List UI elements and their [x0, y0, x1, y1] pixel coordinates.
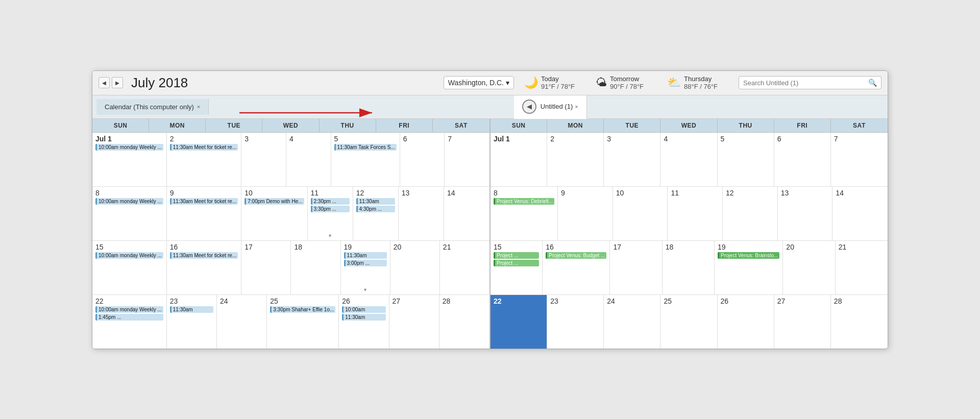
right-day-23[interactable]: 23 — [547, 295, 604, 349]
weather-tomorrow: 🌤 Tomorrow 90°F / 78°F — [596, 75, 657, 90]
right-day-20[interactable]: 20 — [783, 241, 835, 294]
right-day-2[interactable]: 2 — [547, 133, 604, 186]
right-day-14[interactable]: 14 — [832, 187, 888, 240]
weather-today-temp: 91°F / 78°F — [541, 83, 575, 90]
top-bar: ◄ ► July 2018 Washington, D.C. ▾ 🌙 Today… — [92, 71, 888, 95]
left-day-6[interactable]: 6 — [400, 133, 445, 186]
weather-today-icon: 🌙 — [524, 76, 538, 89]
right-day-27[interactable]: 27 — [774, 295, 831, 349]
right-day-28[interactable]: 28 — [831, 295, 888, 349]
right-day-16[interactable]: 16 Project Venus: Budget ... — [543, 241, 610, 294]
left-day-13[interactable]: 13 — [399, 187, 444, 240]
right-day-10[interactable]: 10 — [613, 187, 668, 240]
right-day-18[interactable]: 18 — [663, 241, 715, 294]
right-header-thu: THU — [718, 119, 774, 132]
left-day-14[interactable]: 14 — [444, 187, 489, 240]
left-day-22[interactable]: 22 10:00am monday Weekly ... 1:45pm ... — [92, 295, 167, 349]
left-day-28[interactable]: 28 — [439, 295, 489, 349]
weather-thursday-icon: ⛅ — [667, 76, 681, 89]
right-week-3: 15 Project ... Project ... 16 Project Ve… — [491, 241, 888, 295]
right-day-8[interactable]: 8 Project Venus: Debriefi... — [491, 187, 558, 240]
left-day-5[interactable]: 5 11:30am Task Forces S... — [331, 133, 400, 186]
left-day-27[interactable]: 27 — [389, 295, 439, 349]
right-day-6[interactable]: 6 — [774, 133, 831, 186]
left-header-tue: TUE — [206, 119, 262, 132]
left-day-17[interactable]: 17 — [241, 241, 291, 294]
left-day-20[interactable]: 20 — [390, 241, 440, 294]
left-day-24[interactable]: 24 — [217, 295, 267, 349]
left-day-7[interactable]: 7 — [445, 133, 489, 186]
left-week-2: 8 10:00am monday Weekly ... 9 11:30am Me… — [92, 187, 489, 241]
search-input[interactable] — [743, 79, 865, 87]
right-week-2: 8 Project Venus: Debriefi... 9 10 11 12 … — [491, 187, 888, 241]
right-day-17[interactable]: 17 — [610, 241, 662, 294]
right-header-sat: SAT — [831, 119, 888, 132]
tab-right-close[interactable]: × — [575, 104, 578, 110]
weather-tomorrow-icon: 🌤 — [596, 76, 607, 89]
right-header-sun: SUN — [491, 119, 547, 132]
left-day-10[interactable]: 10 7:00pm Demo with He... — [241, 187, 307, 240]
right-day-4[interactable]: 4 — [660, 133, 717, 186]
left-day-3[interactable]: 3 — [241, 133, 286, 186]
calendar-right: SUN MON TUE WED THU FRI SAT Jul 1 2 3 4 … — [491, 119, 888, 349]
left-day-26[interactable]: 26 10:00am 11:30am — [339, 295, 389, 349]
weather-section: Washington, D.C. ▾ 🌙 Today 91°F / 78°F 🌤… — [444, 75, 881, 90]
right-day-11[interactable]: 11 — [668, 187, 723, 240]
right-week-1: Jul 1 2 3 4 5 6 7 — [491, 133, 888, 187]
left-header-sat: SAT — [433, 119, 489, 132]
tab-right-label: Untitled (1) — [541, 103, 573, 110]
right-header-mon: MON — [547, 119, 604, 132]
left-day-18[interactable]: 18 — [291, 241, 340, 294]
right-day-5[interactable]: 5 — [718, 133, 774, 186]
tab-left-calendar[interactable]: Calendar (This computer only) × — [96, 99, 209, 115]
tab-back-button[interactable]: ◀ — [522, 100, 536, 114]
left-header-sun: SUN — [92, 119, 149, 132]
left-day-9[interactable]: 9 11:30am Meet for ticket re... — [167, 187, 242, 240]
right-day-24[interactable]: 24 — [604, 295, 660, 349]
weather-today: 🌙 Today 91°F / 78°F — [524, 75, 585, 90]
left-day-19[interactable]: 19 11:30am 3:00pm ... ▾ — [341, 241, 390, 294]
right-day-15[interactable]: 15 Project ... Project ... — [491, 241, 543, 294]
right-day-22-today[interactable]: 22 — [491, 295, 547, 349]
left-header-thu: THU — [320, 119, 376, 132]
left-day-12[interactable]: 12 11:30am 4:30pm ... — [353, 187, 399, 240]
weather-thursday: ⛅ Thursday 88°F / 76°F — [667, 75, 728, 90]
right-day-13[interactable]: 13 — [778, 187, 833, 240]
right-day-25[interactable]: 25 — [660, 295, 717, 349]
left-day-25[interactable]: 25 3:30pm Shahar+ Effie 1o... — [267, 295, 339, 349]
tab-left-close[interactable]: × — [197, 104, 200, 110]
left-day-15[interactable]: 15 10:00am monday Weekly ... — [92, 241, 167, 294]
weather-tomorrow-temp: 90°F / 78°F — [610, 83, 644, 90]
right-day-jul1[interactable]: Jul 1 — [491, 133, 547, 186]
right-day-9[interactable]: 9 — [558, 187, 613, 240]
right-day-3[interactable]: 3 — [604, 133, 660, 186]
month-title: July 2018 — [131, 75, 213, 91]
tab-right-calendar[interactable]: ◀ Untitled (1) × — [514, 95, 587, 119]
left-week-1: Jul 1 10:00am monday Weekly ... 2 11:30a… — [92, 133, 489, 187]
right-week-4: 22 23 24 25 26 27 28 — [491, 295, 888, 349]
nav-arrows: ◄ ► — [99, 77, 123, 88]
location-text: Washington, D.C. — [448, 79, 504, 87]
weather-today-day: Today — [541, 75, 575, 83]
prev-month-button[interactable]: ◄ — [99, 77, 110, 88]
left-day-21[interactable]: 21 — [440, 241, 489, 294]
left-day-4[interactable]: 4 — [286, 133, 331, 186]
right-day-19[interactable]: 19 Project Venus: Brainsto... — [715, 241, 783, 294]
weather-thursday-day: Thursday — [684, 75, 718, 83]
left-day-11[interactable]: 11 2:30pm ... 3:30pm ... ▾ — [308, 187, 353, 240]
left-day-23[interactable]: 23 11:30am — [167, 295, 217, 349]
right-header-tue: TUE — [604, 119, 660, 132]
right-day-21[interactable]: 21 — [836, 241, 888, 294]
left-day-8[interactable]: 8 10:00am monday Weekly ... — [92, 187, 167, 240]
left-day-jul1[interactable]: Jul 1 10:00am monday Weekly ... — [92, 133, 167, 186]
right-day-7[interactable]: 7 — [831, 133, 888, 186]
next-month-button[interactable]: ► — [112, 77, 123, 88]
tabs-row: Calendar (This computer only) × ◀ Untitl… — [92, 95, 888, 119]
left-week-3: 15 10:00am monday Weekly ... 16 11:30am … — [92, 241, 489, 295]
weather-thursday-temp: 88°F / 76°F — [684, 83, 718, 90]
left-day-2[interactable]: 2 11:30am Meet for ticket re... — [167, 133, 242, 186]
location-selector[interactable]: Washington, D.C. ▾ — [444, 76, 514, 89]
left-day-16[interactable]: 16 11:30am Meet for ticket re... — [167, 241, 242, 294]
right-day-12[interactable]: 12 — [723, 187, 778, 240]
right-day-26[interactable]: 26 — [718, 295, 774, 349]
